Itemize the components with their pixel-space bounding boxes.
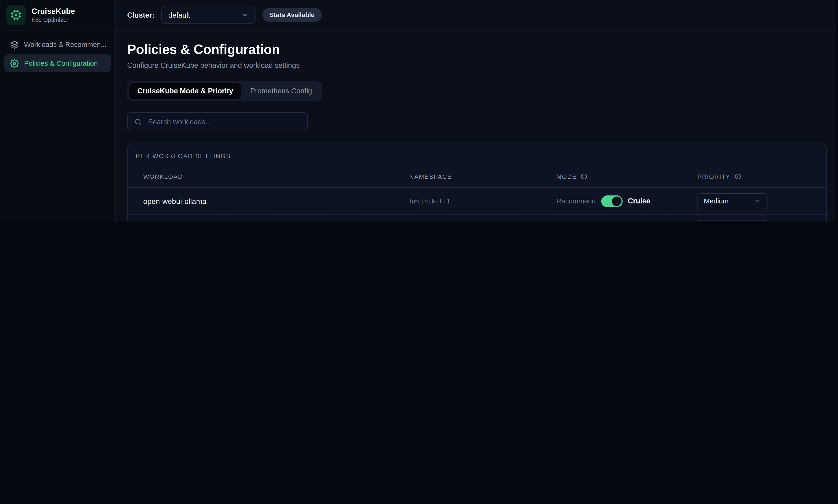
mode-recommend-label: Recommend: [557, 197, 596, 205]
sidebar-item-workloads[interactable]: Workloads & Recommen...: [4, 36, 111, 53]
priority-value: Medium: [704, 197, 729, 205]
app-name: CruiseKube: [32, 7, 75, 16]
workload-name: open-webui-ollama: [143, 197, 409, 205]
tab-prometheus-config[interactable]: Prometheus Config: [242, 83, 320, 99]
page-content: Policies & Configuration Configure Cruis…: [116, 31, 838, 221]
app-logo-header: CruiseKube K8s Optimizer: [0, 0, 116, 31]
cluster-select[interactable]: default: [161, 6, 255, 24]
priority-cell: Medium: [698, 220, 818, 221]
chevron-down-icon: [241, 11, 249, 19]
table-row: argocd-application-controller argocd Rec…: [128, 215, 826, 221]
priority-dropdown[interactable]: Medium: [698, 220, 768, 221]
workload-table-body: open-webui-ollama hrithik-t-1 Recommend …: [128, 188, 826, 221]
panel-title: PER WORKLOAD SETTINGS: [128, 143, 826, 159]
mode-toggle[interactable]: [601, 195, 622, 207]
cluster-label: Cluster:: [127, 11, 155, 19]
column-header-workload: WORKLOAD: [143, 173, 409, 180]
table-header-row: WORKLOAD NAMESPACE MODE PRIORITY: [128, 165, 826, 188]
sidebar-item-label: Policies & Configuration: [24, 59, 98, 67]
mode-cruise-label: Cruise: [628, 197, 650, 205]
per-workload-settings-panel: PER WORKLOAD SETTINGS WORKLOAD NAMESPACE…: [127, 143, 827, 221]
stats-available-badge: Stats Available: [262, 8, 321, 22]
column-header-priority: PRIORITY: [698, 173, 818, 180]
app-subtitle: K8s Optimizer: [32, 17, 75, 23]
page-subtitle: Configure CruiseKube behavior and worklo…: [127, 61, 827, 69]
search-icon: [134, 118, 142, 126]
cpu-icon: [6, 5, 26, 25]
page-title: Policies & Configuration: [127, 41, 827, 57]
chevron-down-icon: [754, 198, 761, 204]
column-header-mode: MODE: [557, 173, 698, 180]
sidebar-item-policies[interactable]: Policies & Configuration: [4, 54, 111, 72]
app-title-block: CruiseKube K8s Optimizer: [32, 7, 75, 23]
app-window: CruiseKube K8s Optimizer Workloads & Rec…: [0, 0, 838, 221]
workload-namespace: hrithik-t-1: [409, 197, 557, 205]
info-icon[interactable]: [734, 173, 741, 180]
layers-icon: [10, 40, 19, 49]
info-icon[interactable]: [580, 173, 587, 180]
main-area: Cluster: default Stats Available Policie…: [116, 0, 838, 221]
topbar: Cluster: default Stats Available: [116, 0, 838, 31]
search-input[interactable]: [147, 117, 301, 126]
priority-cell: Medium: [698, 193, 818, 209]
cluster-select-value: default: [168, 11, 190, 19]
tab-bar: CruiseKube Mode & Priority Prometheus Co…: [127, 81, 322, 101]
priority-dropdown[interactable]: Medium: [698, 193, 768, 209]
search-box: [127, 112, 308, 131]
sidebar: CruiseKube K8s Optimizer Workloads & Rec…: [0, 0, 116, 221]
gear-icon: [10, 59, 19, 67]
sidebar-nav: Workloads & Recommen... Policies & Confi…: [0, 31, 116, 77]
page-scrollbar[interactable]: [836, 0, 838, 221]
table-row: open-webui-ollama hrithik-t-1 Recommend …: [128, 188, 826, 215]
tab-cruisekube-mode-priority[interactable]: CruiseKube Mode & Priority: [130, 83, 241, 99]
toggle-knob: [612, 196, 621, 206]
column-header-namespace: NAMESPACE: [409, 173, 557, 180]
sidebar-item-label: Workloads & Recommen...: [24, 41, 106, 49]
mode-cell: Recommend Cruise: [557, 195, 698, 207]
